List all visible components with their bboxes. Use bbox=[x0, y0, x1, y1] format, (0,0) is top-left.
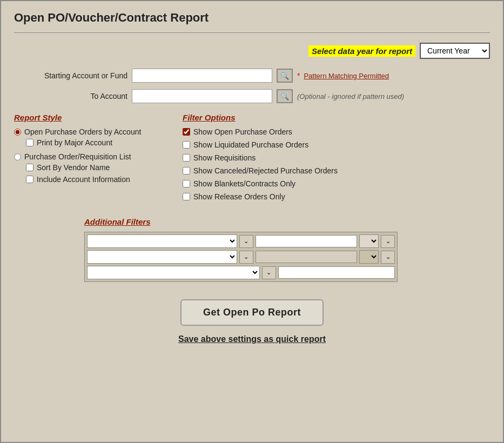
checkbox-print-major-account: Print by Major Account bbox=[26, 138, 165, 147]
filter-rows-container: ⌄ ⌄ ⌄ bbox=[84, 232, 398, 282]
main-content: Report Style Open Purchase Orders by Acc… bbox=[14, 113, 490, 204]
pattern-matching-link[interactable]: Pattern Matching Permitted bbox=[304, 72, 389, 80]
filter-value-3a[interactable] bbox=[278, 266, 395, 279]
checkbox-print-major-label: Print by Major Account bbox=[37, 138, 112, 147]
checkbox-show-blankets-label: Show Blankets/Contracts Only bbox=[193, 179, 295, 188]
filter-dropdown-3a[interactable] bbox=[87, 266, 260, 279]
checkbox-show-liquidated-po: Show Liquidated Purchase Orders bbox=[183, 140, 490, 149]
starting-account-search-button[interactable]: 🔍 bbox=[277, 69, 293, 83]
report-style-title: Report Style bbox=[14, 113, 165, 122]
search-icon: 🔍 bbox=[280, 72, 289, 80]
checkbox-show-canceled-po: Show Canceled/Rejected Purchase Orders bbox=[183, 166, 490, 175]
pattern-hint-row: * Pattern Matching Permitted bbox=[297, 71, 392, 80]
radio-po-req-label: Purchase Order/Requisition List bbox=[24, 152, 131, 161]
header-divider bbox=[14, 32, 490, 33]
radio-open-po-input[interactable] bbox=[14, 129, 21, 136]
additional-filters-section: Additional Filters ⌄ ⌄ bbox=[14, 217, 490, 282]
checkbox-show-liquidated-po-input[interactable] bbox=[183, 141, 190, 149]
checkbox-show-requisitions-input[interactable] bbox=[183, 154, 190, 162]
to-account-row: To Account 🔍 (Optional - ignored if patt… bbox=[14, 89, 490, 103]
filter-chevron-2a[interactable]: ⌄ bbox=[239, 251, 253, 264]
filter-row-1: ⌄ ⌄ bbox=[87, 234, 395, 248]
radio-po-req-list: Purchase Order/Requisition List bbox=[14, 152, 165, 161]
filter-dropdown-1a[interactable] bbox=[87, 234, 237, 248]
filter-value-1a[interactable] bbox=[256, 235, 357, 247]
asterisk-indicator: * bbox=[297, 71, 300, 80]
checkbox-show-release-orders: Show Release Orders Only bbox=[183, 192, 490, 201]
chevron-down-icon: ⌄ bbox=[386, 253, 391, 260]
checkbox-include-account-input[interactable] bbox=[26, 176, 33, 183]
year-select-dropdown[interactable]: Current Year Prior Year All Years bbox=[420, 43, 490, 59]
sub-options-po-req: Sort By Vendor Name Include Account Info… bbox=[26, 163, 165, 187]
filter-chevron-3a[interactable]: ⌄ bbox=[262, 266, 276, 279]
radio-open-po-by-account: Open Purchase Orders by Account bbox=[14, 127, 165, 136]
starting-account-input[interactable] bbox=[132, 69, 272, 83]
checkbox-include-account-info: Include Account Information bbox=[26, 175, 165, 184]
checkbox-show-liquidated-po-label: Show Liquidated Purchase Orders bbox=[193, 140, 308, 149]
left-panel: Report Style Open Purchase Orders by Acc… bbox=[14, 113, 165, 204]
filter-row-2: ⌄ ⌄ bbox=[87, 250, 395, 264]
get-report-button[interactable]: Get Open Po Report bbox=[180, 299, 324, 326]
filter-chevron-1b[interactable]: ⌄ bbox=[381, 235, 395, 248]
sub-option-print-major: Print by Major Account bbox=[26, 138, 165, 150]
filter-dropdown-2a[interactable] bbox=[87, 250, 237, 264]
chevron-down-icon: ⌄ bbox=[244, 253, 248, 260]
to-account-search-button[interactable]: 🔍 bbox=[277, 89, 293, 103]
checkbox-sort-vendor: Sort By Vendor Name bbox=[26, 163, 165, 172]
starting-account-label: Starting Account or Fund bbox=[14, 71, 127, 80]
checkbox-show-blankets: Show Blankets/Contracts Only bbox=[183, 179, 490, 188]
optional-hint: (Optional - ignored if pattern used) bbox=[297, 92, 404, 100]
right-panel: Filter Options Show Open Purchase Orders… bbox=[183, 113, 490, 204]
filter-chevron-1a[interactable]: ⌄ bbox=[239, 235, 253, 248]
filter-value-2a[interactable] bbox=[256, 251, 357, 263]
chevron-down-icon: ⌄ bbox=[386, 238, 391, 245]
filter-value-dropdown-2a[interactable] bbox=[359, 250, 379, 264]
checkbox-show-blankets-input[interactable] bbox=[183, 180, 190, 187]
year-selector-label: Select data year for report bbox=[308, 45, 415, 57]
filter-row-3: ⌄ bbox=[87, 266, 395, 279]
chevron-down-icon: ⌄ bbox=[266, 269, 271, 276]
checkbox-sort-vendor-label: Sort By Vendor Name bbox=[37, 163, 110, 172]
additional-filters-title: Additional Filters bbox=[84, 217, 490, 226]
starting-account-row: Starting Account or Fund 🔍 * Pattern Mat… bbox=[14, 69, 490, 83]
checkbox-show-open-po-input[interactable] bbox=[183, 128, 190, 136]
checkbox-show-open-po: Show Open Purchase Orders bbox=[183, 127, 490, 136]
checkbox-show-open-po-label: Show Open Purchase Orders bbox=[193, 127, 292, 136]
radio-open-po-label: Open Purchase Orders by Account bbox=[24, 127, 141, 136]
save-quick-report-link[interactable]: Save above settings as quick report bbox=[14, 334, 490, 344]
checkbox-show-release-orders-label: Show Release Orders Only bbox=[193, 192, 285, 201]
checkbox-show-canceled-po-input[interactable] bbox=[183, 167, 190, 174]
to-account-input[interactable] bbox=[132, 89, 272, 103]
checkbox-show-requisitions-label: Show Requisitions bbox=[193, 153, 256, 162]
radio-po-req-input[interactable] bbox=[14, 153, 21, 160]
filter-options-title: Filter Options bbox=[183, 113, 490, 122]
checkbox-show-release-orders-input[interactable] bbox=[183, 193, 190, 200]
checkbox-include-account-label: Include Account Information bbox=[37, 175, 130, 184]
checkbox-print-major-input[interactable] bbox=[26, 139, 33, 146]
year-selector-row: Select data year for report Current Year… bbox=[14, 43, 490, 59]
report-style-radio-group: Open Purchase Orders by Account Print by… bbox=[14, 127, 165, 187]
checkbox-sort-vendor-input[interactable] bbox=[26, 164, 33, 171]
search-icon: 🔍 bbox=[280, 92, 289, 100]
filter-options-list: Show Open Purchase Orders Show Liquidate… bbox=[183, 127, 490, 204]
to-account-label: To Account bbox=[14, 92, 127, 100]
filter-chevron-2b[interactable]: ⌄ bbox=[381, 251, 395, 264]
page-title: Open PO/Voucher/Contract Report bbox=[14, 11, 490, 25]
filter-value-dropdown-1a[interactable] bbox=[359, 234, 379, 248]
chevron-down-icon: ⌄ bbox=[244, 238, 248, 245]
checkbox-show-canceled-po-label: Show Canceled/Rejected Purchase Orders bbox=[193, 166, 338, 175]
checkbox-show-requisitions: Show Requisitions bbox=[183, 153, 490, 162]
page-container: Open PO/Voucher/Contract Report Select d… bbox=[0, 0, 504, 443]
